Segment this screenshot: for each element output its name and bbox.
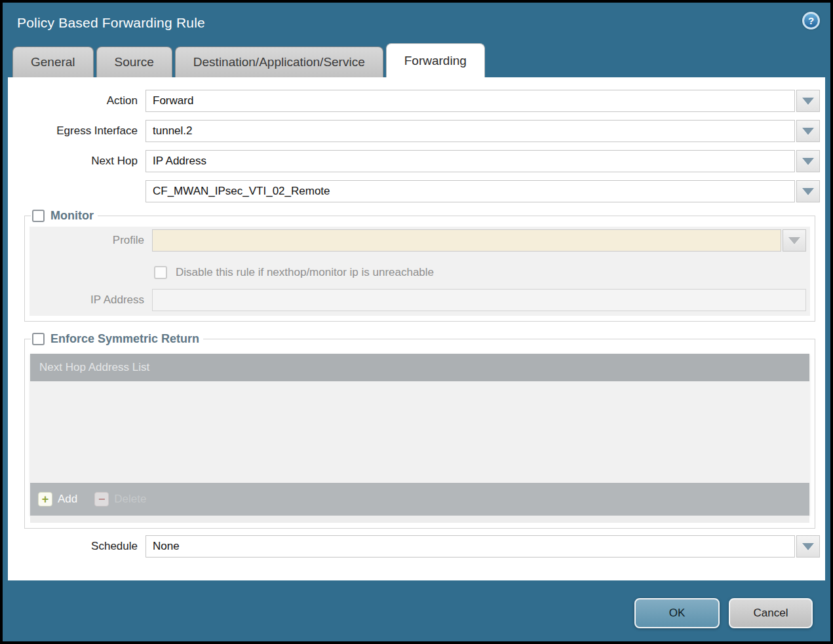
monitor-legend-label: Monitor [50,209,94,223]
egress-interface-dropdown-button[interactable] [796,120,820,142]
profile-dropdown [152,229,806,252]
action-row: Action Forward [8,90,820,112]
next-hop-address-value[interactable]: CF_MWAN_IPsec_VTI_02_Remote [145,180,795,202]
action-dropdown: Forward [145,90,820,112]
egress-interface-row: Egress Interface tunnel.2 [8,120,820,142]
disable-rule-checkbox [154,266,167,279]
plus-icon: + [38,492,52,506]
disable-rule-label: Disable this rule if nexthop/monitor ip … [176,266,434,279]
schedule-dropdown-button[interactable] [796,535,820,558]
disable-rule-row: Disable this rule if nexthop/monitor ip … [154,261,806,284]
profile-label: Profile [29,234,152,247]
schedule-dropdown: None [145,535,820,558]
chevron-down-icon [802,543,814,550]
schedule-label: Schedule [8,540,145,553]
tab-bar: General Source Destination/Application/S… [3,43,830,77]
ok-button[interactable]: OK [634,598,720,628]
tab-source[interactable]: Source [96,47,172,77]
action-dropdown-button[interactable] [796,90,820,112]
next-hop-address-row: CF_MWAN_IPsec_VTI_02_Remote [8,180,820,202]
monitor-ip-address-input [152,289,806,311]
chevron-down-icon [802,188,814,195]
next-hop-address-list-header: Next Hop Address List [30,354,809,381]
egress-interface-value[interactable]: tunnel.2 [145,120,795,142]
chevron-down-icon [788,237,800,244]
next-hop-type-dropdown-button[interactable] [796,150,820,172]
next-hop-address-dropdown: CF_MWAN_IPsec_VTI_02_Remote [145,180,820,202]
chevron-down-icon [802,128,814,135]
next-hop-address-list-table: Next Hop Address List + Add − Delete [30,354,809,516]
next-hop-label: Next Hop [8,155,145,168]
minus-icon: − [94,492,109,506]
monitor-checkbox[interactable] [32,210,45,222]
chevron-down-icon [802,98,814,105]
action-label: Action [8,94,145,107]
egress-interface-dropdown: tunnel.2 [145,120,820,142]
monitor-legend: Monitor [31,209,98,223]
table-understrip [30,516,809,523]
next-hop-address-dropdown-button[interactable] [796,180,820,202]
enforce-symmetric-return-legend-label: Enforce Symmetric Return [50,332,199,346]
monitor-ip-address-label: IP Address [29,294,152,307]
enforce-symmetric-return-checkbox[interactable] [32,333,45,345]
enforce-symmetric-return-legend: Enforce Symmetric Return [31,332,203,346]
next-hop-row: Next Hop IP Address [8,150,820,172]
delete-button: − Delete [94,492,146,506]
next-hop-address-list-body[interactable] [30,381,809,483]
schedule-row: Schedule None [8,535,820,558]
dialog-titlebar: Policy Based Forwarding Rule ? [3,3,830,43]
delete-button-label: Delete [114,493,146,506]
policy-based-forwarding-dialog: Policy Based Forwarding Rule ? General S… [3,3,830,641]
profile-row: Profile [29,229,806,252]
tab-general[interactable]: General [12,47,94,77]
action-value[interactable]: Forward [145,90,795,112]
add-button-label: Add [58,493,77,506]
next-hop-address-list-footer: + Add − Delete [30,483,809,516]
chevron-down-icon [802,158,814,165]
add-button[interactable]: + Add [38,492,77,506]
egress-interface-label: Egress Interface [8,124,145,138]
profile-dropdown-button [783,229,806,252]
monitor-ip-address-row: IP Address [29,289,806,311]
cancel-button[interactable]: Cancel [729,598,813,628]
schedule-value[interactable]: None [145,535,795,558]
page-title: Policy Based Forwarding Rule [17,15,205,31]
forwarding-tab-panel: Action Forward Egress Interface tunnel.2… [8,77,825,580]
monitor-body: Profile Disable this rule if nexthop/mon… [29,227,810,316]
enforce-symmetric-return-fieldset: Enforce Symmetric Return Next Hop Addres… [24,332,815,529]
dialog-footer: OK Cancel [3,580,830,641]
help-icon[interactable]: ? [802,12,820,29]
tab-forwarding[interactable]: Forwarding [386,43,485,77]
monitor-fieldset: Monitor Profile Disable this rule if nex… [24,209,815,322]
profile-value [152,229,781,252]
next-hop-type-value[interactable]: IP Address [145,150,795,172]
tab-destination-application-service[interactable]: Destination/Application/Service [175,47,383,77]
next-hop-type-dropdown: IP Address [145,150,820,172]
